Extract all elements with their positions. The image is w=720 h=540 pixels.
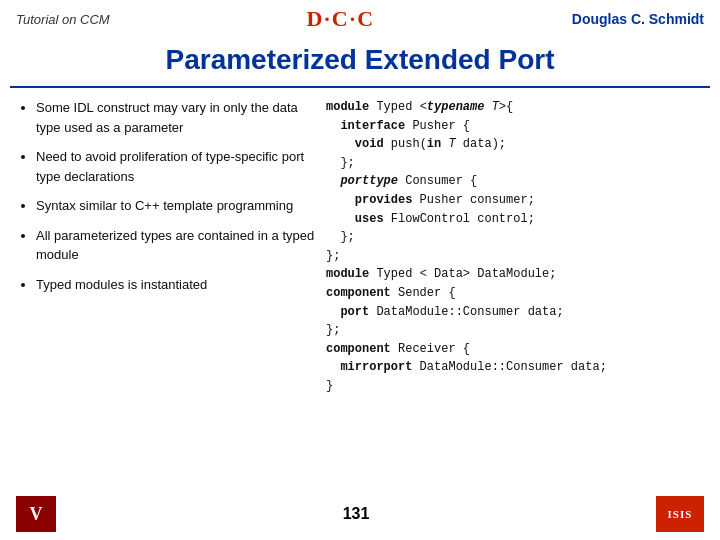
footer-logo-right: ISIS [656,496,704,532]
list-item: Syntax similar to C++ template programmi… [36,196,316,216]
header: Tutorial on CCM D·C·C Douglas C. Schmidt [0,0,720,36]
code-line-8: }; [326,228,704,247]
code-line-2: interface Pusher { [326,117,704,136]
page-number: 131 [343,505,370,523]
footer: V 131 ISIS [0,496,720,532]
code-line-12: port DataModule::Consumer data; [326,303,704,322]
code-line-5: porttype Consumer { [326,172,704,191]
code-line-10: module Typed < Data> DataModule; [326,265,704,284]
code-line-11: component Sender { [326,284,704,303]
footer-logo-left: V [16,496,56,532]
code-line-7: uses FlowControl control; [326,210,704,229]
code-line-3: void push(in T data); [326,135,704,154]
code-line-9: }; [326,247,704,266]
doc-logo-area: D·C·C [306,6,375,32]
page-title: Parameterized Extended Port [10,36,710,88]
code-line-15: mirrorport DataModule::Consumer data; [326,358,704,377]
list-item: Typed modules is instantiated [36,275,316,295]
author-name: Douglas C. Schmidt [572,11,704,27]
bullet-list-container: Some IDL construct may vary in only the … [16,98,316,512]
tutorial-label: Tutorial on CCM [16,12,110,27]
code-line-13: }; [326,321,704,340]
code-line-1: module Typed <typename T>{ [326,98,704,117]
code-line-16: } [326,377,704,396]
bullet-list: Some IDL construct may vary in only the … [16,98,316,294]
code-line-14: component Receiver { [326,340,704,359]
code-block: module Typed <typename T>{ interface Pus… [326,98,704,512]
code-line-6: provides Pusher consumer; [326,191,704,210]
code-line-4: }; [326,154,704,173]
doc-logo: D·C·C [306,6,375,32]
list-item: All parameterized types are contained in… [36,226,316,265]
list-item: Need to avoid proliferation of type-spec… [36,147,316,186]
list-item: Some IDL construct may vary in only the … [36,98,316,137]
main-content: Some IDL construct may vary in only the … [0,88,720,518]
